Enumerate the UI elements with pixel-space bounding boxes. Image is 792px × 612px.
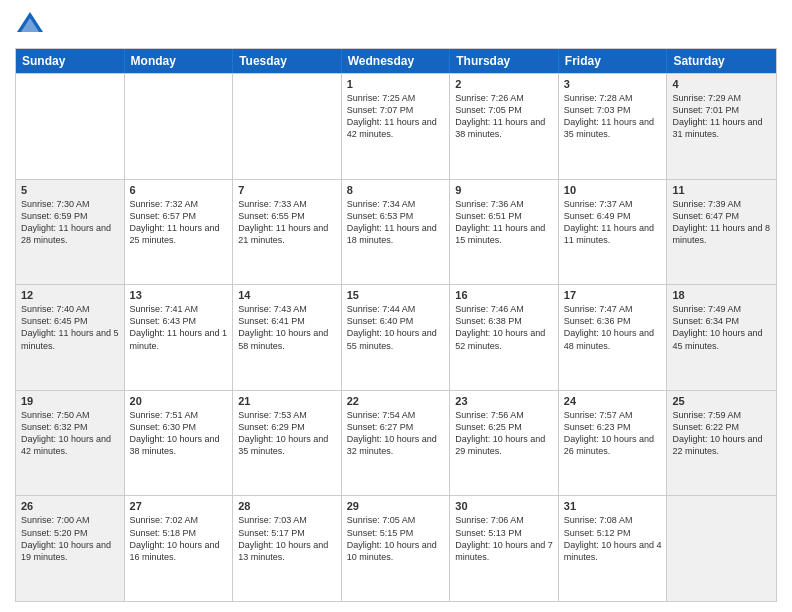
cal-header-thursday: Thursday [450, 49, 559, 73]
cal-cell-4-2: 28Sunrise: 7:03 AM Sunset: 5:17 PM Dayli… [233, 496, 342, 601]
day-number: 5 [21, 184, 119, 196]
cell-daylight-text: Sunrise: 7:39 AM Sunset: 6:47 PM Dayligh… [672, 198, 771, 247]
cell-daylight-text: Sunrise: 7:03 AM Sunset: 5:17 PM Dayligh… [238, 514, 336, 563]
cal-cell-1-6: 11Sunrise: 7:39 AM Sunset: 6:47 PM Dayli… [667, 180, 776, 285]
day-number: 3 [564, 78, 662, 90]
day-number: 31 [564, 500, 662, 512]
day-number: 14 [238, 289, 336, 301]
cal-week-1: 5Sunrise: 7:30 AM Sunset: 6:59 PM Daylig… [16, 179, 776, 285]
cal-cell-1-3: 8Sunrise: 7:34 AM Sunset: 6:53 PM Daylig… [342, 180, 451, 285]
cal-cell-2-4: 16Sunrise: 7:46 AM Sunset: 6:38 PM Dayli… [450, 285, 559, 390]
day-number: 12 [21, 289, 119, 301]
cell-daylight-text: Sunrise: 7:41 AM Sunset: 6:43 PM Dayligh… [130, 303, 228, 352]
day-number: 15 [347, 289, 445, 301]
cal-header-monday: Monday [125, 49, 234, 73]
cell-daylight-text: Sunrise: 7:37 AM Sunset: 6:49 PM Dayligh… [564, 198, 662, 247]
cell-daylight-text: Sunrise: 7:08 AM Sunset: 5:12 PM Dayligh… [564, 514, 662, 563]
day-number: 13 [130, 289, 228, 301]
cal-cell-1-2: 7Sunrise: 7:33 AM Sunset: 6:55 PM Daylig… [233, 180, 342, 285]
day-number: 6 [130, 184, 228, 196]
cal-cell-3-3: 22Sunrise: 7:54 AM Sunset: 6:27 PM Dayli… [342, 391, 451, 496]
cell-daylight-text: Sunrise: 7:29 AM Sunset: 7:01 PM Dayligh… [672, 92, 771, 141]
cell-daylight-text: Sunrise: 7:57 AM Sunset: 6:23 PM Dayligh… [564, 409, 662, 458]
cal-week-2: 12Sunrise: 7:40 AM Sunset: 6:45 PM Dayli… [16, 284, 776, 390]
day-number: 26 [21, 500, 119, 512]
day-number: 20 [130, 395, 228, 407]
cal-cell-1-4: 9Sunrise: 7:36 AM Sunset: 6:51 PM Daylig… [450, 180, 559, 285]
day-number: 27 [130, 500, 228, 512]
day-number: 19 [21, 395, 119, 407]
cell-daylight-text: Sunrise: 7:51 AM Sunset: 6:30 PM Dayligh… [130, 409, 228, 458]
day-number: 7 [238, 184, 336, 196]
cal-cell-0-4: 2Sunrise: 7:26 AM Sunset: 7:05 PM Daylig… [450, 74, 559, 179]
day-number: 11 [672, 184, 771, 196]
cal-cell-2-1: 13Sunrise: 7:41 AM Sunset: 6:43 PM Dayli… [125, 285, 234, 390]
cal-cell-3-1: 20Sunrise: 7:51 AM Sunset: 6:30 PM Dayli… [125, 391, 234, 496]
cell-daylight-text: Sunrise: 7:25 AM Sunset: 7:07 PM Dayligh… [347, 92, 445, 141]
cell-daylight-text: Sunrise: 7:02 AM Sunset: 5:18 PM Dayligh… [130, 514, 228, 563]
cal-header-sunday: Sunday [16, 49, 125, 73]
page: SundayMondayTuesdayWednesdayThursdayFrid… [0, 0, 792, 612]
logo [15, 10, 51, 40]
cell-daylight-text: Sunrise: 7:47 AM Sunset: 6:36 PM Dayligh… [564, 303, 662, 352]
day-number: 2 [455, 78, 553, 90]
cal-cell-0-1 [125, 74, 234, 179]
cal-cell-3-0: 19Sunrise: 7:50 AM Sunset: 6:32 PM Dayli… [16, 391, 125, 496]
day-number: 4 [672, 78, 771, 90]
day-number: 30 [455, 500, 553, 512]
cell-daylight-text: Sunrise: 7:43 AM Sunset: 6:41 PM Dayligh… [238, 303, 336, 352]
header [15, 10, 777, 40]
cell-daylight-text: Sunrise: 7:56 AM Sunset: 6:25 PM Dayligh… [455, 409, 553, 458]
cal-cell-2-2: 14Sunrise: 7:43 AM Sunset: 6:41 PM Dayli… [233, 285, 342, 390]
cal-cell-4-5: 31Sunrise: 7:08 AM Sunset: 5:12 PM Dayli… [559, 496, 668, 601]
cal-cell-0-5: 3Sunrise: 7:28 AM Sunset: 7:03 PM Daylig… [559, 74, 668, 179]
day-number: 21 [238, 395, 336, 407]
day-number: 22 [347, 395, 445, 407]
cal-header-wednesday: Wednesday [342, 49, 451, 73]
cell-daylight-text: Sunrise: 7:30 AM Sunset: 6:59 PM Dayligh… [21, 198, 119, 247]
cell-daylight-text: Sunrise: 7:00 AM Sunset: 5:20 PM Dayligh… [21, 514, 119, 563]
cal-cell-2-0: 12Sunrise: 7:40 AM Sunset: 6:45 PM Dayli… [16, 285, 125, 390]
cal-cell-3-6: 25Sunrise: 7:59 AM Sunset: 6:22 PM Dayli… [667, 391, 776, 496]
cell-daylight-text: Sunrise: 7:50 AM Sunset: 6:32 PM Dayligh… [21, 409, 119, 458]
cal-cell-0-3: 1Sunrise: 7:25 AM Sunset: 7:07 PM Daylig… [342, 74, 451, 179]
cal-cell-4-6 [667, 496, 776, 601]
cal-cell-4-0: 26Sunrise: 7:00 AM Sunset: 5:20 PM Dayli… [16, 496, 125, 601]
cell-daylight-text: Sunrise: 7:33 AM Sunset: 6:55 PM Dayligh… [238, 198, 336, 247]
cal-header-tuesday: Tuesday [233, 49, 342, 73]
cal-cell-0-2 [233, 74, 342, 179]
day-number: 18 [672, 289, 771, 301]
cell-daylight-text: Sunrise: 7:34 AM Sunset: 6:53 PM Dayligh… [347, 198, 445, 247]
cal-cell-3-2: 21Sunrise: 7:53 AM Sunset: 6:29 PM Dayli… [233, 391, 342, 496]
cell-daylight-text: Sunrise: 7:44 AM Sunset: 6:40 PM Dayligh… [347, 303, 445, 352]
cal-cell-1-1: 6Sunrise: 7:32 AM Sunset: 6:57 PM Daylig… [125, 180, 234, 285]
cell-daylight-text: Sunrise: 7:32 AM Sunset: 6:57 PM Dayligh… [130, 198, 228, 247]
cal-cell-0-0 [16, 74, 125, 179]
cal-cell-3-4: 23Sunrise: 7:56 AM Sunset: 6:25 PM Dayli… [450, 391, 559, 496]
cell-daylight-text: Sunrise: 7:49 AM Sunset: 6:34 PM Dayligh… [672, 303, 771, 352]
cell-daylight-text: Sunrise: 7:06 AM Sunset: 5:13 PM Dayligh… [455, 514, 553, 563]
cell-daylight-text: Sunrise: 7:40 AM Sunset: 6:45 PM Dayligh… [21, 303, 119, 352]
cell-daylight-text: Sunrise: 7:28 AM Sunset: 7:03 PM Dayligh… [564, 92, 662, 141]
cal-cell-4-3: 29Sunrise: 7:05 AM Sunset: 5:15 PM Dayli… [342, 496, 451, 601]
cell-daylight-text: Sunrise: 7:46 AM Sunset: 6:38 PM Dayligh… [455, 303, 553, 352]
day-number: 24 [564, 395, 662, 407]
day-number: 8 [347, 184, 445, 196]
cell-daylight-text: Sunrise: 7:54 AM Sunset: 6:27 PM Dayligh… [347, 409, 445, 458]
cal-cell-2-3: 15Sunrise: 7:44 AM Sunset: 6:40 PM Dayli… [342, 285, 451, 390]
day-number: 28 [238, 500, 336, 512]
cal-cell-4-1: 27Sunrise: 7:02 AM Sunset: 5:18 PM Dayli… [125, 496, 234, 601]
cal-week-4: 26Sunrise: 7:00 AM Sunset: 5:20 PM Dayli… [16, 495, 776, 601]
cell-daylight-text: Sunrise: 7:36 AM Sunset: 6:51 PM Dayligh… [455, 198, 553, 247]
cell-daylight-text: Sunrise: 7:05 AM Sunset: 5:15 PM Dayligh… [347, 514, 445, 563]
day-number: 23 [455, 395, 553, 407]
cell-daylight-text: Sunrise: 7:59 AM Sunset: 6:22 PM Dayligh… [672, 409, 771, 458]
cell-daylight-text: Sunrise: 7:26 AM Sunset: 7:05 PM Dayligh… [455, 92, 553, 141]
cal-week-0: 1Sunrise: 7:25 AM Sunset: 7:07 PM Daylig… [16, 73, 776, 179]
cal-cell-0-6: 4Sunrise: 7:29 AM Sunset: 7:01 PM Daylig… [667, 74, 776, 179]
cal-cell-2-5: 17Sunrise: 7:47 AM Sunset: 6:36 PM Dayli… [559, 285, 668, 390]
day-number: 25 [672, 395, 771, 407]
cal-cell-1-0: 5Sunrise: 7:30 AM Sunset: 6:59 PM Daylig… [16, 180, 125, 285]
calendar-header-row: SundayMondayTuesdayWednesdayThursdayFrid… [16, 49, 776, 73]
cal-header-friday: Friday [559, 49, 668, 73]
